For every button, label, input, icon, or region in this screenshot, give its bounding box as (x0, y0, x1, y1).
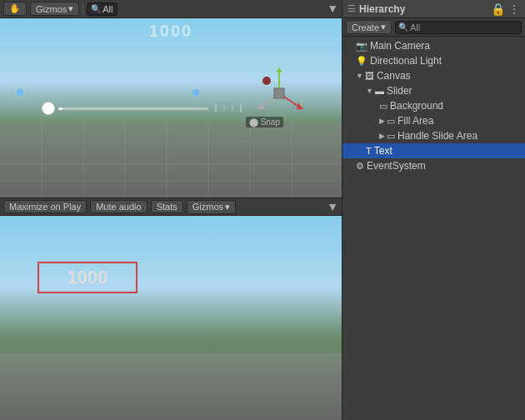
svg-marker-18 (257, 102, 265, 109)
hierarchy-item-label: Main Camera (370, 40, 430, 52)
scene-collapse-button[interactable]: ▼ (323, 0, 342, 17)
scene-toolbar: ✋ Gizmos ▾ 🔍 All ▼ (0, 0, 342, 18)
svg-marker-16 (297, 102, 303, 109)
play-toolbar-gizmos[interactable]: Gizmos ▾ (187, 200, 236, 214)
slider-icon: ▬ (375, 86, 384, 96)
mute-audio-button[interactable]: Mute audio (90, 200, 147, 213)
hierarchy-item-fill-area[interactable]: ▶ ▭ Fill Area (342, 113, 525, 128)
hierarchy-item-slider[interactable]: ▼ ▬ Slider (342, 83, 525, 98)
hierarchy-list-icon: ☰ (348, 3, 356, 14)
dot-right (192, 89, 199, 96)
svg-point-20 (262, 77, 271, 85)
slider-fill-scene (58, 108, 62, 110)
lock-icon[interactable]: 🔒 (491, 2, 505, 16)
hierarchy-search-icon: 🔍 (398, 22, 408, 32)
scene-search-all: All (102, 4, 112, 14)
stats-label: Stats (157, 202, 178, 212)
hierarchy-item-main-camera[interactable]: 📷 Main Camera (342, 38, 525, 53)
bg-icon: ▭ (379, 101, 388, 112)
create-button[interactable]: Create ▾ (346, 20, 392, 34)
gizmo-widget[interactable] (250, 64, 308, 122)
snap-label: ⬤ Snap (246, 117, 283, 128)
create-chevron: ▾ (381, 22, 386, 32)
hierarchy-item-label: Text (374, 145, 392, 157)
hierarchy-item-label: Handle Slide Area (398, 130, 478, 142)
hierarchy-item-canvas[interactable]: ▼ 🖼 Canvas (342, 68, 525, 83)
expand-arrow-slider: ▼ (366, 87, 373, 95)
scene-toolbar-gizmos[interactable]: Gizmos ▾ (30, 2, 79, 16)
hierarchy-search-label: All (410, 22, 420, 32)
hierarchy-item-label: Canvas (377, 70, 411, 82)
hand-icon: ✋ (9, 3, 21, 14)
gizmo-svg (250, 64, 308, 122)
left-panel: ✋ Gizmos ▾ 🔍 All ▼ (0, 0, 342, 420)
mute-label: Mute audio (96, 202, 141, 212)
camera-icon: 📷 (356, 41, 368, 52)
gizmos-chevron-icon: ▾ (68, 3, 73, 14)
hierarchy-item-handle-slide-area[interactable]: ▶ ▭ Handle Slide Area (342, 128, 525, 143)
play-collapse[interactable]: ▼ (327, 198, 342, 215)
slider-endpoints (17, 87, 199, 98)
canvas-icon: 🖼 (365, 71, 374, 81)
hierarchy-title: Hierarchy (359, 3, 405, 15)
game-text-box: 1000 (38, 262, 138, 293)
hierarchy-item-label: Slider (387, 85, 412, 97)
dot-left (17, 89, 23, 96)
hierarchy-item-label: EventSystem (367, 160, 426, 172)
gizmos-label: Gizmos (36, 4, 67, 14)
svg-marker-14 (276, 68, 282, 72)
hierarchy-toolbar: Create ▾ 🔍 All (342, 18, 525, 37)
svg-rect-19 (274, 88, 284, 98)
hierarchy-header: ☰ Hierarchy 🔒 ⋮ (342, 0, 525, 18)
expand-arrow-handlearea: ▶ (379, 132, 385, 140)
hierarchy-item-label: Background (390, 100, 443, 112)
text-icon: T (366, 146, 372, 156)
play-collapse-icon: ▼ (327, 200, 338, 213)
fillarea-icon: ▭ (387, 116, 395, 127)
hierarchy-item-label: Directional Light (370, 55, 442, 67)
scene-tool-hand[interactable]: ✋ (3, 2, 27, 16)
play-gizmos-chevron: ▾ (225, 202, 230, 212)
hierarchy-item-text[interactable]: T Text (342, 143, 525, 158)
hierarchy-item-label: Fill Area (398, 115, 433, 127)
handlearea-icon: ▭ (387, 131, 395, 142)
hierarchy-list: 📷 Main Camera 💡 Directional Light ▼ 🖼 Ca… (342, 37, 525, 420)
hierarchy-item-eventsystem[interactable]: ⚙ EventSystem (342, 158, 525, 173)
create-label: Create (352, 22, 379, 32)
maximize-label: Maximize on Play (9, 202, 81, 212)
stats-button[interactable]: Stats (151, 200, 183, 213)
grid-overlay (0, 122, 342, 198)
maximize-on-play-button[interactable]: Maximize on Play (3, 200, 87, 213)
expand-arrow-canvas: ▼ (356, 72, 363, 80)
game-ground (0, 353, 342, 420)
game-text-value: 1000 (68, 267, 108, 288)
slider-track-scene (58, 108, 208, 110)
scene-slider[interactable] (42, 100, 245, 117)
toolbar-separator (82, 3, 83, 15)
more-icon[interactable]: ⋮ (508, 2, 520, 16)
hierarchy-header-icons: 🔒 ⋮ (491, 2, 520, 16)
light-icon: 💡 (356, 56, 368, 67)
game-view: 1000 (0, 216, 342, 420)
play-toolbar: Maximize on Play Mute audio Stats Gizmos… (0, 198, 342, 216)
expand-arrow-fillarea: ▶ (379, 117, 385, 125)
play-gizmos-label: Gizmos (192, 202, 223, 212)
search-container: 🔍 All (87, 2, 117, 16)
hierarchy-item-background[interactable]: ▭ Background (342, 98, 525, 113)
slider-handle-scene[interactable] (42, 102, 55, 115)
scene-text-1000: 1000 (149, 18, 193, 41)
hierarchy-item-directional-light[interactable]: 💡 Directional Light (342, 53, 525, 68)
scene-view: 1000 (0, 18, 342, 198)
eventsystem-icon: ⚙ (356, 161, 364, 172)
search-icon: 🔍 (91, 4, 101, 13)
tick-marks (212, 100, 245, 117)
hierarchy-search[interactable]: 🔍 All (395, 21, 522, 34)
hierarchy-panel: ☰ Hierarchy 🔒 ⋮ Create ▾ 🔍 All 📷 Main Ca… (342, 0, 525, 420)
